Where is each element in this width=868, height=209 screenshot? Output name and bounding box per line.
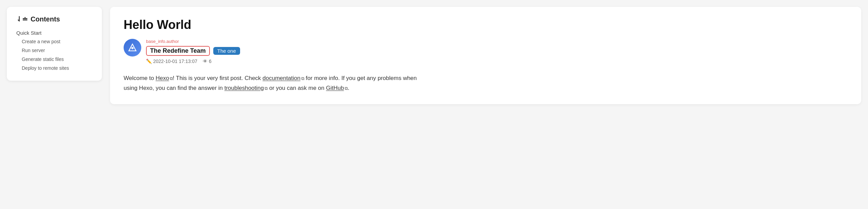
author-hint: base_info.author — [146, 39, 240, 44]
author-tag: The one — [213, 47, 240, 55]
author-area: base_info.author The Redefine Team The o… — [124, 39, 848, 64]
sidebar-title: ⇃≐ Contents — [16, 15, 92, 23]
sidebar-item-generate-static[interactable]: Generate static files — [16, 55, 92, 64]
body-mid3: or you can ask me on — [268, 85, 326, 91]
post-body: Welcome to Hexo⧉! This is your very firs… — [124, 74, 429, 93]
author-info: base_info.author The Redefine Team The o… — [146, 39, 240, 64]
avatar — [124, 39, 141, 57]
eye-icon: 👁 — [203, 59, 207, 64]
contents-icon: ⇃≐ — [16, 15, 28, 23]
sidebar: ⇃≐ Contents Quick Start Create a new pos… — [7, 7, 102, 81]
svg-point-1 — [131, 47, 134, 49]
post-date: 2022-10-01 17:13:07 — [153, 59, 197, 64]
author-name: The Redefine Team — [146, 46, 210, 56]
docs-link[interactable]: documentation — [263, 75, 301, 81]
author-name-row: The Redefine Team The one — [146, 46, 240, 56]
sidebar-item-create-post[interactable]: Create a new post — [16, 37, 92, 46]
avatar-icon — [128, 43, 137, 52]
github-link[interactable]: GitHub — [326, 85, 344, 91]
pencil-icon: ✏️ — [146, 59, 152, 64]
docs-ext-icon: ⧉ — [301, 75, 304, 82]
main-content: Hello World base_info.author The Redefin… — [110, 7, 861, 104]
sidebar-title-label: Contents — [31, 15, 60, 23]
body-intro: Welcome to — [124, 75, 156, 81]
sidebar-item-quick-start[interactable]: Quick Start — [16, 29, 92, 37]
body-end: . — [348, 85, 349, 91]
post-meta: ✏️ 2022-10-01 17:13:07 👁 6 — [146, 59, 240, 64]
post-views: 6 — [209, 59, 212, 64]
post-title: Hello World — [124, 18, 848, 32]
post-date-item: ✏️ 2022-10-01 17:13:07 — [146, 59, 197, 64]
troubleshoot-ext-icon: ⧉ — [265, 85, 268, 92]
hexo-ext-icon: ⧉ — [170, 75, 173, 82]
github-ext-icon: ⧉ — [345, 85, 348, 92]
troubleshoot-link[interactable]: troubleshooting — [224, 85, 264, 91]
body-mid1: ! This is your very first post. Check — [173, 75, 263, 81]
hexo-link[interactable]: Hexo — [156, 75, 169, 81]
sidebar-item-deploy[interactable]: Deploy to remote sites — [16, 64, 92, 73]
post-views-item: 👁 6 — [203, 59, 212, 64]
sidebar-item-run-server[interactable]: Run server — [16, 46, 92, 55]
